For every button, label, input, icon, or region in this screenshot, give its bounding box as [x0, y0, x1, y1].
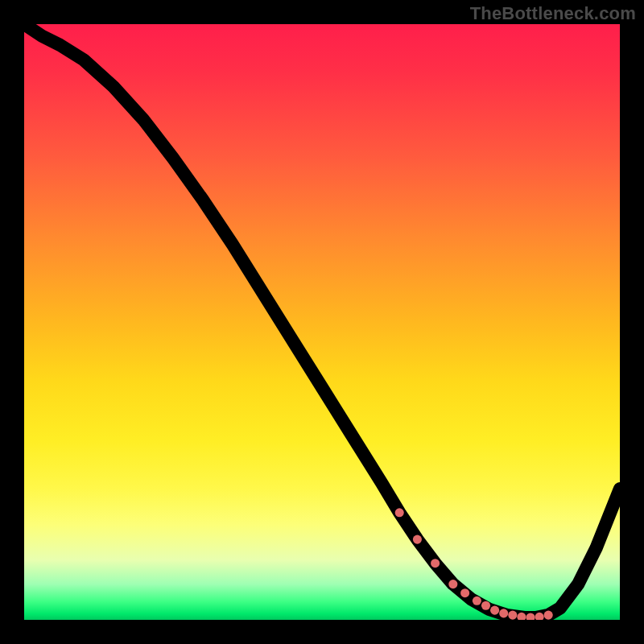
- optimal-marker: [490, 606, 499, 615]
- optimal-marker: [395, 508, 404, 517]
- optimal-marker: [473, 597, 481, 605]
- chart-frame: TheBottleneck.com: [0, 0, 644, 644]
- bottleneck-curve: [24, 24, 620, 617]
- optimal-marker: [460, 588, 469, 597]
- optimal-marker: [448, 580, 457, 588]
- optimal-zone-markers: [395, 508, 553, 620]
- plot-area: [24, 24, 620, 620]
- optimal-marker: [544, 611, 553, 620]
- optimal-marker: [431, 559, 440, 568]
- optimal-marker: [413, 535, 422, 544]
- watermark: TheBottleneck.com: [470, 3, 636, 24]
- optimal-marker: [508, 611, 517, 620]
- optimal-marker: [481, 601, 490, 610]
- chart-svg: [24, 24, 620, 620]
- optimal-marker: [499, 609, 508, 617]
